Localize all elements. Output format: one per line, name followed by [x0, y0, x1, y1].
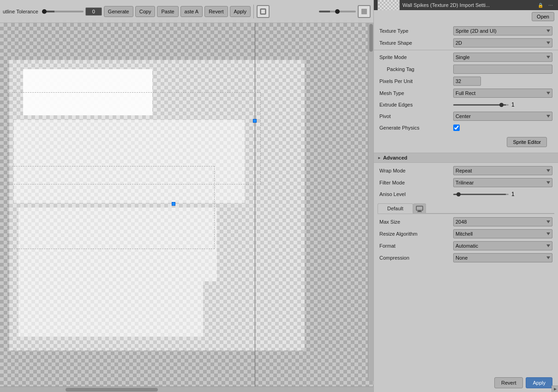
resize-algorithm-dropdown[interactable]: Mitchell Bilinear — [453, 229, 552, 238]
extrude-edges-value: 1 — [511, 101, 515, 108]
filter-mode-label: Filter Mode — [379, 180, 453, 185]
mesh-type-dropdown-wrapper: Full Rect Tight — [453, 89, 552, 98]
texture-type-dropdown[interactable]: Sprite (2D and UI) Default Normal Map — [453, 26, 552, 36]
mesh-type-row: Mesh Type Full Rect Tight — [374, 87, 558, 99]
wrap-mode-dropdown[interactable]: Repeat Clamp Mirror Mirror Once — [453, 166, 552, 175]
canvas-center-line — [255, 23, 255, 386]
format-label: Format — [379, 243, 453, 249]
corner-button[interactable]: ▶ — [552, 386, 558, 392]
v-scroll-thumb[interactable] — [369, 24, 373, 52]
texture-settings: Texture Type Sprite (2D and UI) Default … — [374, 23, 558, 153]
advanced-section-header[interactable]: ► Advanced — [374, 153, 558, 163]
compression-label: Compression — [379, 255, 453, 261]
paste-all-button[interactable]: aste A — [180, 6, 203, 17]
aniso-level-label: Aniso Level — [379, 191, 453, 197]
canvas-checkerboard — [0, 23, 373, 386]
texture-shape-dropdown[interactable]: 2D Cube — [453, 38, 552, 48]
platform-tabs-wrapper: Default — [374, 202, 558, 214]
aniso-level-row: Aniso Level 1 — [374, 189, 558, 200]
format-dropdown-wrapper: Automatic RGB Compressed DXT1 RGBA Compr… — [453, 241, 552, 250]
aniso-level-value: 1 — [511, 191, 515, 197]
sep-1 — [374, 50, 558, 50]
extrude-edges-slider-row: 1 — [453, 101, 515, 108]
advanced-arrow-icon: ► — [378, 156, 381, 160]
aniso-level-slider[interactable] — [453, 194, 509, 195]
control-point-1[interactable] — [253, 119, 257, 123]
apply-bottom-button[interactable]: Apply — [526, 377, 552, 388]
zoom-container — [319, 5, 371, 18]
paste-button[interactable]: Paste — [157, 6, 178, 17]
bottom-buttons: Revert Apply — [374, 374, 558, 392]
right-panel: Wall Spikes (Texture 2D) Import Setti...… — [374, 0, 558, 392]
apply-button[interactable]: Apply — [230, 6, 251, 17]
mesh-type-dropdown[interactable]: Full Rect Tight — [453, 89, 552, 98]
format-row: Format Automatic RGB Compressed DXT1 RGB… — [374, 240, 558, 252]
monitor-tab[interactable] — [413, 203, 426, 214]
platform-tabs: Default — [378, 203, 554, 214]
svg-rect-2 — [361, 9, 367, 14]
control-point-2[interactable] — [172, 202, 175, 206]
texture-type-label: Texture Type — [379, 28, 453, 34]
copy-button[interactable]: Copy — [135, 6, 156, 17]
compression-dropdown-wrapper: None Low Quality Normal Quality High Qua… — [453, 253, 552, 262]
format-dropdown[interactable]: Automatic RGB Compressed DXT1 RGBA Compr… — [453, 241, 552, 250]
advanced-settings: Wrap Mode Repeat Clamp Mirror Mirror Onc… — [374, 163, 558, 202]
tolerance-slider-container — [42, 7, 102, 16]
pixels-per-unit-row: Pixels Per Unit — [374, 75, 558, 87]
tab-fill — [426, 203, 554, 214]
wrap-mode-dropdown-wrapper: Repeat Clamp Mirror Mirror Once — [453, 166, 552, 175]
toolbar-divider — [253, 5, 254, 18]
filter-mode-dropdown-wrapper: Point (no filter) Bilinear Trilinear — [453, 178, 552, 187]
tolerance-slider[interactable] — [42, 11, 84, 12]
revert-button[interactable]: Revert — [204, 6, 228, 17]
default-tab-label: Default — [387, 206, 403, 211]
svg-rect-1 — [261, 10, 265, 13]
sprite-editor-button[interactable]: Sprite Editor — [507, 137, 547, 147]
toolbar: utline Tolerance Generate Copy Paste ast… — [0, 0, 373, 23]
more-icon[interactable]: ⋯ — [547, 1, 554, 9]
zoom-icon-button[interactable] — [358, 5, 371, 18]
max-size-dropdown-wrapper: 3264128 2565121024 204840968192 — [453, 217, 552, 226]
pivot-row: Pivot Center Top Left Top Top Right Left… — [374, 110, 558, 122]
left-panel: utline Tolerance Generate Copy Paste ast… — [0, 0, 374, 392]
tolerance-number[interactable] — [85, 7, 102, 16]
tolerance-label: utline Tolerance — [3, 9, 38, 14]
open-button[interactable]: Open — [532, 12, 554, 21]
wrap-mode-row: Wrap Mode Repeat Clamp Mirror Mirror Onc… — [374, 165, 558, 177]
canvas-area[interactable] — [0, 23, 373, 386]
color-button[interactable] — [257, 5, 270, 18]
pivot-dropdown-wrapper: Center Top Left Top Top Right Left Right… — [453, 112, 552, 121]
generate-button[interactable]: Generate — [104, 6, 133, 17]
aniso-level-slider-row: 1 — [453, 191, 515, 197]
max-size-dropdown[interactable]: 3264128 2565121024 204840968192 — [453, 217, 552, 226]
resize-algorithm-label: Resize Algorithm — [379, 231, 453, 237]
h-scroll-thumb[interactable] — [66, 388, 158, 392]
vertical-scrollbar[interactable] — [368, 23, 373, 381]
texture-shape-row: Texture Shape 2D Cube — [374, 37, 558, 49]
texture-type-dropdown-wrapper: Sprite (2D and UI) Default Normal Map — [453, 26, 552, 36]
sprite-block-1 — [23, 69, 152, 115]
asset-preview-row: Open — [374, 10, 558, 23]
pixels-per-unit-input[interactable] — [453, 77, 481, 86]
lock-icon[interactable]: 🔒 — [537, 1, 544, 9]
zoom-icon — [361, 9, 367, 14]
generate-physics-label: Generate Physics — [379, 125, 453, 131]
packing-tag-row: Packing Tag — [374, 63, 558, 75]
default-tab[interactable]: Default — [378, 203, 413, 214]
sprite-mode-dropdown[interactable]: Single Multiple Polygon — [453, 53, 552, 62]
resize-algorithm-dropdown-wrapper: Mitchell Bilinear — [453, 229, 552, 238]
pivot-label: Pivot — [379, 113, 453, 119]
sprite-editor-row: Sprite Editor — [374, 133, 558, 151]
zoom-slider[interactable] — [319, 11, 356, 12]
horizontal-scrollbar[interactable]: ▶ — [0, 386, 373, 392]
texture-shape-label: Texture Shape — [379, 40, 453, 46]
revert-bottom-button[interactable]: Revert — [494, 377, 523, 388]
compression-dropdown[interactable]: None Low Quality Normal Quality High Qua… — [453, 253, 552, 262]
extrude-edges-slider[interactable] — [453, 104, 509, 106]
generate-physics-checkbox[interactable] — [453, 125, 460, 131]
color-icon — [260, 8, 266, 15]
filter-mode-row: Filter Mode Point (no filter) Bilinear T… — [374, 177, 558, 189]
packing-tag-input[interactable] — [453, 65, 552, 74]
pivot-dropdown[interactable]: Center Top Left Top Top Right Left Right… — [453, 112, 552, 121]
filter-mode-dropdown[interactable]: Point (no filter) Bilinear Trilinear — [453, 178, 552, 187]
